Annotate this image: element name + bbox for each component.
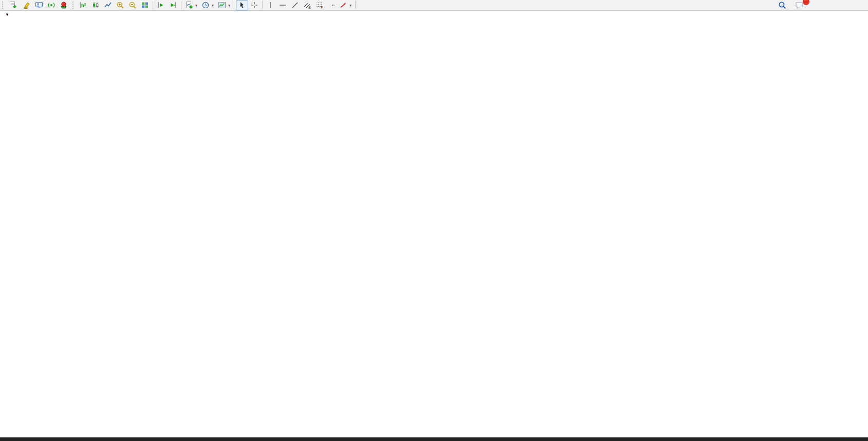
fibonacci-icon: F: [316, 1, 324, 9]
trendline-icon: [291, 1, 299, 9]
search-button[interactable]: [776, 0, 789, 11]
zoom-out-icon: [128, 1, 137, 9]
chart-window: ▼: [0, 11, 868, 437]
arrow-shape-icon: [339, 1, 347, 9]
dropdown-caret: ▾: [349, 3, 352, 8]
highlighter-icon: [23, 1, 31, 9]
zoom-out-button[interactable]: [126, 0, 139, 11]
toolbar-separator: [153, 1, 153, 9]
auto-scroll-icon: [169, 1, 177, 9]
bar-chart-button[interactable]: [77, 0, 89, 11]
toolbar-grip: [2, 2, 5, 9]
chart-profile-button[interactable]: [33, 0, 45, 11]
crosshair-tool-button[interactable]: [248, 0, 261, 11]
zoom-in-icon: [116, 1, 124, 9]
fibonacci-tool-button[interactable]: F: [313, 0, 326, 11]
cursor-icon: [238, 1, 246, 9]
text-label-icon: [332, 5, 335, 6]
line-chart-icon: [104, 1, 112, 9]
notification-badge: [803, 0, 809, 5]
chart-shift-icon: [157, 1, 165, 9]
main-toolbar: ▾ ▾ ▾ E F ▾: [0, 0, 868, 11]
vertical-line-tool-button[interactable]: [264, 0, 276, 11]
new-order-button[interactable]: [7, 0, 21, 11]
new-order-icon: [9, 1, 17, 9]
templates-button[interactable]: ▾: [216, 0, 232, 11]
candlestick-chart-button[interactable]: [89, 0, 102, 11]
signal-icon: [47, 1, 56, 9]
tile-windows-button[interactable]: [139, 0, 151, 11]
zoom-in-button[interactable]: [114, 0, 126, 11]
toolbar-right-group: [776, 0, 806, 11]
toolbar-separator: [234, 1, 234, 9]
taskbar-strip: [0, 437, 868, 441]
notifications-button[interactable]: [793, 0, 806, 11]
candlestick-chart-icon: [91, 1, 100, 9]
horizontal-line-icon: [279, 1, 287, 9]
search-icon: [778, 1, 787, 10]
tile-windows-icon: [141, 1, 149, 9]
chart-title-bar: ▼: [5, 12, 22, 17]
template-icon: [218, 1, 226, 9]
cursor-tool-button[interactable]: [236, 0, 248, 11]
horizontal-line-tool-button[interactable]: [276, 0, 289, 11]
trendline-tool-button[interactable]: [289, 0, 301, 11]
text-label-tool-button[interactable]: [330, 0, 337, 11]
toolbar-separator: [181, 1, 181, 9]
auto-trading-button[interactable]: [58, 0, 71, 11]
periods-button[interactable]: ▾: [199, 0, 216, 11]
clock-icon: [201, 1, 210, 9]
line-chart-button[interactable]: [102, 0, 114, 11]
text-tool-button[interactable]: [326, 0, 330, 11]
auto-scroll-button[interactable]: [167, 0, 179, 11]
svg-text:E: E: [309, 6, 311, 9]
toolbar-separator: [355, 1, 356, 9]
dropdown-caret: ▾: [228, 3, 230, 8]
svg-text:F: F: [321, 6, 323, 9]
toolbar-separator: [262, 1, 263, 9]
bar-chart-icon: [79, 1, 87, 9]
auto-trading-icon: [60, 1, 68, 9]
equidistant-channel-icon: E: [303, 1, 311, 9]
crosshair-icon: [250, 1, 258, 9]
arrows-tool-button[interactable]: ▾: [337, 0, 354, 11]
monitor-person-icon: [35, 1, 43, 9]
indicators-icon: [185, 1, 193, 9]
indicators-button[interactable]: ▾: [183, 0, 199, 11]
chart-shift-button[interactable]: [155, 0, 167, 11]
price-chart-svg: [0, 11, 868, 437]
vertical-line-icon: [266, 1, 274, 9]
one-click-trading-toggle-icon[interactable]: ▼: [5, 12, 9, 17]
dropdown-caret: ▾: [212, 3, 214, 8]
equidistant-channel-tool-button[interactable]: E: [301, 0, 313, 11]
signal-button[interactable]: [45, 0, 58, 11]
highlighter-button[interactable]: [21, 0, 33, 11]
dropdown-caret: ▾: [195, 3, 197, 8]
toolbar-grip: [72, 2, 75, 9]
